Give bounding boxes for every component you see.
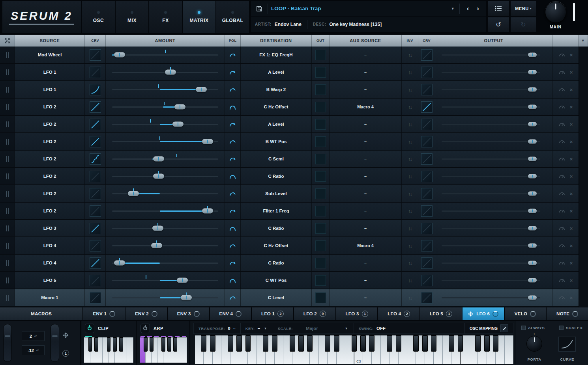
invert-toggle[interactable]: ↑↓ (402, 81, 418, 98)
mod-tab-macros[interactable]: MACROS (0, 307, 82, 320)
amount-handle[interactable] (172, 122, 184, 127)
white-key[interactable] (181, 337, 187, 363)
aux-source[interactable]: – (330, 64, 402, 80)
black-key[interactable] (119, 337, 123, 352)
row-drag-handle[interactable] (0, 99, 15, 115)
mod-source[interactable]: LFO 2 (15, 168, 85, 184)
black-key[interactable] (475, 335, 481, 352)
delete-row-icon[interactable]: × (570, 277, 573, 283)
stepper-arrows[interactable]: ▴▾ (36, 349, 39, 351)
amount-handle[interactable] (202, 209, 213, 214)
col-crv2[interactable]: CRV (418, 35, 435, 47)
scope-icon[interactable] (558, 122, 566, 127)
output-handle[interactable] (528, 157, 537, 161)
aux-curve-box[interactable] (421, 119, 433, 130)
tab-global[interactable]: GLOBAL (216, 1, 249, 33)
aux-source[interactable]: – (330, 133, 402, 150)
output-slider[interactable] (435, 99, 552, 115)
amount-slider[interactable] (106, 237, 225, 254)
scope-icon[interactable] (558, 87, 566, 92)
aux-curve-box[interactable] (421, 257, 433, 269)
scope-icon[interactable] (558, 295, 566, 300)
output-slider[interactable] (435, 203, 552, 219)
pitch-wheel[interactable] (3, 324, 12, 362)
mod-destination[interactable]: C Semi (241, 151, 312, 167)
row-drag-handle[interactable] (0, 47, 15, 63)
black-key[interactable] (334, 335, 339, 352)
source-curve-box[interactable] (90, 240, 101, 251)
mod-tab-lfo-6[interactable]: LFO 6 (463, 307, 504, 320)
out-box[interactable] (315, 50, 326, 60)
amount-slider[interactable] (106, 185, 225, 202)
amount-handle[interactable] (165, 70, 176, 75)
black-key[interactable] (150, 337, 153, 352)
mod-source[interactable]: LFO 2 (15, 203, 85, 219)
scope-icon[interactable] (558, 209, 566, 214)
output-handle[interactable] (528, 261, 537, 265)
black-key[interactable] (144, 337, 147, 352)
out-box[interactable] (315, 240, 326, 251)
row-drag-handle[interactable] (0, 81, 15, 98)
curve-widget[interactable] (558, 337, 576, 352)
out-box[interactable] (315, 206, 326, 216)
polarity-toggle[interactable] (225, 220, 241, 237)
polarity-toggle[interactable] (225, 289, 241, 306)
column-options-icon[interactable]: ▼ (579, 35, 588, 47)
black-key[interactable] (413, 335, 419, 352)
delete-row-icon[interactable]: × (570, 173, 573, 179)
source-curve-box[interactable] (90, 101, 101, 113)
aux-source[interactable]: Macro 4 (330, 99, 402, 115)
delete-row-icon[interactable]: × (570, 243, 573, 249)
undo-button[interactable]: ↺ (488, 17, 509, 32)
aux-curve-box[interactable] (421, 223, 433, 234)
output-slider[interactable] (435, 81, 552, 98)
polarity-toggle[interactable] (225, 203, 241, 219)
invert-toggle[interactable]: ↑↓ (402, 151, 418, 167)
output-slider[interactable] (435, 237, 552, 254)
mod-destination[interactable]: C Ratio (241, 220, 312, 237)
mod-source[interactable]: LFO 2 (15, 185, 85, 202)
amount-slider[interactable] (106, 151, 225, 167)
black-key[interactable] (387, 335, 392, 352)
mod-source[interactable]: Mod Wheel (15, 47, 85, 63)
delete-row-icon[interactable]: × (570, 295, 573, 301)
polarity-toggle[interactable] (225, 99, 241, 115)
arp-power-button[interactable] (140, 324, 150, 333)
clip-power-button[interactable] (85, 324, 94, 333)
preset-name[interactable]: LOOP - Balcan Trap (271, 6, 321, 11)
output-slider[interactable] (435, 220, 552, 237)
scope-icon[interactable] (558, 191, 566, 196)
amount-handle[interactable] (114, 261, 125, 266)
source-curve-box[interactable] (90, 223, 101, 234)
out-box[interactable] (315, 154, 326, 164)
delete-row-icon[interactable]: × (570, 208, 573, 214)
black-key[interactable] (272, 335, 277, 352)
source-curve-box[interactable] (90, 205, 101, 217)
amount-slider[interactable] (106, 203, 225, 219)
row-drag-handle[interactable] (0, 151, 15, 167)
scope-icon[interactable] (558, 243, 566, 248)
aux-source[interactable]: – (330, 168, 402, 184)
aux-source[interactable]: – (330, 185, 402, 202)
invert-toggle[interactable]: ↑↓ (402, 220, 418, 237)
scope-icon[interactable] (558, 278, 566, 283)
black-key[interactable] (210, 335, 215, 352)
polarity-toggle[interactable] (225, 133, 241, 150)
output-slider[interactable] (435, 133, 552, 150)
output-handle[interactable] (528, 174, 537, 179)
row-drag-handle[interactable] (0, 272, 15, 289)
amount-handle[interactable] (128, 191, 139, 196)
preset-browser-button[interactable] (488, 1, 509, 16)
mod-source[interactable]: LFO 2 (15, 151, 85, 167)
source-curve-box[interactable] (90, 67, 101, 78)
output-slider[interactable] (435, 116, 552, 132)
amount-handle[interactable] (181, 295, 192, 300)
row-drag-handle[interactable] (0, 203, 15, 219)
output-handle[interactable] (528, 244, 537, 248)
mod-destination[interactable]: B WT Pos (241, 133, 312, 150)
out-box[interactable] (315, 84, 326, 95)
black-key[interactable] (484, 335, 490, 352)
polarity-toggle[interactable] (225, 237, 241, 254)
polarity-toggle[interactable] (225, 255, 241, 271)
mod-destination[interactable]: Sub Level (241, 185, 312, 202)
